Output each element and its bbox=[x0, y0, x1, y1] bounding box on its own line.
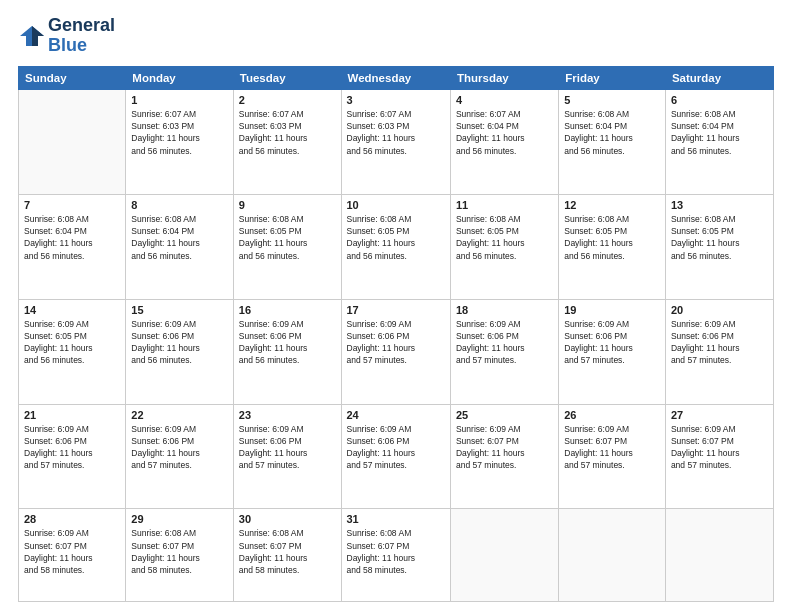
day-number: 31 bbox=[347, 513, 445, 525]
day-number: 25 bbox=[456, 409, 553, 421]
day-info: Sunrise: 6:07 AMSunset: 6:04 PMDaylight:… bbox=[456, 108, 553, 157]
day-info: Sunrise: 6:07 AMSunset: 6:03 PMDaylight:… bbox=[347, 108, 445, 157]
calendar-cell: 12 Sunrise: 6:08 AMSunset: 6:05 PMDaylig… bbox=[559, 194, 666, 299]
page: General Blue SundayMondayTuesdayWednesda… bbox=[0, 0, 792, 612]
day-info: Sunrise: 6:09 AMSunset: 6:06 PMDaylight:… bbox=[347, 318, 445, 367]
day-number: 2 bbox=[239, 94, 336, 106]
calendar-cell: 30 Sunrise: 6:08 AMSunset: 6:07 PMDaylig… bbox=[233, 509, 341, 602]
weekday-tuesday: Tuesday bbox=[233, 66, 341, 89]
day-info: Sunrise: 6:09 AMSunset: 6:06 PMDaylight:… bbox=[456, 318, 553, 367]
week-row-4: 21 Sunrise: 6:09 AMSunset: 6:06 PMDaylig… bbox=[19, 404, 774, 509]
logo-icon bbox=[18, 22, 46, 50]
day-number: 23 bbox=[239, 409, 336, 421]
day-info: Sunrise: 6:08 AMSunset: 6:05 PMDaylight:… bbox=[564, 213, 660, 262]
day-number: 29 bbox=[131, 513, 227, 525]
calendar-table: SundayMondayTuesdayWednesdayThursdayFrid… bbox=[18, 66, 774, 602]
calendar-cell bbox=[450, 509, 558, 602]
day-info: Sunrise: 6:09 AMSunset: 6:05 PMDaylight:… bbox=[24, 318, 120, 367]
calendar-cell: 14 Sunrise: 6:09 AMSunset: 6:05 PMDaylig… bbox=[19, 299, 126, 404]
calendar-cell: 5 Sunrise: 6:08 AMSunset: 6:04 PMDayligh… bbox=[559, 89, 666, 194]
day-info: Sunrise: 6:09 AMSunset: 6:07 PMDaylight:… bbox=[564, 423, 660, 472]
day-number: 5 bbox=[564, 94, 660, 106]
day-info: Sunrise: 6:08 AMSunset: 6:07 PMDaylight:… bbox=[347, 527, 445, 576]
week-row-5: 28 Sunrise: 6:09 AMSunset: 6:07 PMDaylig… bbox=[19, 509, 774, 602]
day-number: 9 bbox=[239, 199, 336, 211]
day-number: 1 bbox=[131, 94, 227, 106]
day-info: Sunrise: 6:08 AMSunset: 6:05 PMDaylight:… bbox=[456, 213, 553, 262]
week-row-2: 7 Sunrise: 6:08 AMSunset: 6:04 PMDayligh… bbox=[19, 194, 774, 299]
day-info: Sunrise: 6:09 AMSunset: 6:06 PMDaylight:… bbox=[131, 423, 227, 472]
day-number: 10 bbox=[347, 199, 445, 211]
logo-text: General Blue bbox=[48, 16, 115, 56]
day-info: Sunrise: 6:09 AMSunset: 6:06 PMDaylight:… bbox=[564, 318, 660, 367]
day-info: Sunrise: 6:07 AMSunset: 6:03 PMDaylight:… bbox=[131, 108, 227, 157]
day-info: Sunrise: 6:09 AMSunset: 6:06 PMDaylight:… bbox=[671, 318, 768, 367]
logo: General Blue bbox=[18, 16, 115, 56]
week-row-3: 14 Sunrise: 6:09 AMSunset: 6:05 PMDaylig… bbox=[19, 299, 774, 404]
day-number: 6 bbox=[671, 94, 768, 106]
day-number: 27 bbox=[671, 409, 768, 421]
calendar-cell: 6 Sunrise: 6:08 AMSunset: 6:04 PMDayligh… bbox=[665, 89, 773, 194]
day-info: Sunrise: 6:09 AMSunset: 6:06 PMDaylight:… bbox=[24, 423, 120, 472]
calendar-cell: 15 Sunrise: 6:09 AMSunset: 6:06 PMDaylig… bbox=[126, 299, 233, 404]
calendar-cell: 1 Sunrise: 6:07 AMSunset: 6:03 PMDayligh… bbox=[126, 89, 233, 194]
day-info: Sunrise: 6:08 AMSunset: 6:05 PMDaylight:… bbox=[671, 213, 768, 262]
calendar-cell: 18 Sunrise: 6:09 AMSunset: 6:06 PMDaylig… bbox=[450, 299, 558, 404]
day-number: 11 bbox=[456, 199, 553, 211]
calendar-cell bbox=[559, 509, 666, 602]
weekday-header-row: SundayMondayTuesdayWednesdayThursdayFrid… bbox=[19, 66, 774, 89]
calendar-cell: 4 Sunrise: 6:07 AMSunset: 6:04 PMDayligh… bbox=[450, 89, 558, 194]
calendar-cell: 26 Sunrise: 6:09 AMSunset: 6:07 PMDaylig… bbox=[559, 404, 666, 509]
day-info: Sunrise: 6:09 AMSunset: 6:06 PMDaylight:… bbox=[239, 423, 336, 472]
weekday-monday: Monday bbox=[126, 66, 233, 89]
calendar-cell: 29 Sunrise: 6:08 AMSunset: 6:07 PMDaylig… bbox=[126, 509, 233, 602]
day-number: 13 bbox=[671, 199, 768, 211]
day-number: 16 bbox=[239, 304, 336, 316]
calendar-cell: 2 Sunrise: 6:07 AMSunset: 6:03 PMDayligh… bbox=[233, 89, 341, 194]
day-number: 12 bbox=[564, 199, 660, 211]
day-number: 20 bbox=[671, 304, 768, 316]
calendar-cell: 20 Sunrise: 6:09 AMSunset: 6:06 PMDaylig… bbox=[665, 299, 773, 404]
day-number: 15 bbox=[131, 304, 227, 316]
day-info: Sunrise: 6:08 AMSunset: 6:07 PMDaylight:… bbox=[131, 527, 227, 576]
day-number: 22 bbox=[131, 409, 227, 421]
calendar-cell: 27 Sunrise: 6:09 AMSunset: 6:07 PMDaylig… bbox=[665, 404, 773, 509]
calendar-cell: 22 Sunrise: 6:09 AMSunset: 6:06 PMDaylig… bbox=[126, 404, 233, 509]
day-info: Sunrise: 6:08 AMSunset: 6:04 PMDaylight:… bbox=[131, 213, 227, 262]
calendar-cell: 8 Sunrise: 6:08 AMSunset: 6:04 PMDayligh… bbox=[126, 194, 233, 299]
calendar-cell: 17 Sunrise: 6:09 AMSunset: 6:06 PMDaylig… bbox=[341, 299, 450, 404]
header: General Blue bbox=[18, 16, 774, 56]
day-info: Sunrise: 6:09 AMSunset: 6:06 PMDaylight:… bbox=[347, 423, 445, 472]
calendar-cell: 25 Sunrise: 6:09 AMSunset: 6:07 PMDaylig… bbox=[450, 404, 558, 509]
day-number: 28 bbox=[24, 513, 120, 525]
weekday-saturday: Saturday bbox=[665, 66, 773, 89]
day-number: 26 bbox=[564, 409, 660, 421]
day-number: 3 bbox=[347, 94, 445, 106]
weekday-sunday: Sunday bbox=[19, 66, 126, 89]
day-number: 24 bbox=[347, 409, 445, 421]
calendar-cell: 28 Sunrise: 6:09 AMSunset: 6:07 PMDaylig… bbox=[19, 509, 126, 602]
day-number: 8 bbox=[131, 199, 227, 211]
calendar-cell: 11 Sunrise: 6:08 AMSunset: 6:05 PMDaylig… bbox=[450, 194, 558, 299]
weekday-thursday: Thursday bbox=[450, 66, 558, 89]
calendar-cell: 16 Sunrise: 6:09 AMSunset: 6:06 PMDaylig… bbox=[233, 299, 341, 404]
day-number: 17 bbox=[347, 304, 445, 316]
day-info: Sunrise: 6:08 AMSunset: 6:07 PMDaylight:… bbox=[239, 527, 336, 576]
weekday-friday: Friday bbox=[559, 66, 666, 89]
day-info: Sunrise: 6:09 AMSunset: 6:07 PMDaylight:… bbox=[456, 423, 553, 472]
day-info: Sunrise: 6:08 AMSunset: 6:04 PMDaylight:… bbox=[671, 108, 768, 157]
day-number: 18 bbox=[456, 304, 553, 316]
calendar-cell: 19 Sunrise: 6:09 AMSunset: 6:06 PMDaylig… bbox=[559, 299, 666, 404]
week-row-1: 1 Sunrise: 6:07 AMSunset: 6:03 PMDayligh… bbox=[19, 89, 774, 194]
day-number: 14 bbox=[24, 304, 120, 316]
day-info: Sunrise: 6:08 AMSunset: 6:04 PMDaylight:… bbox=[24, 213, 120, 262]
calendar-cell: 23 Sunrise: 6:09 AMSunset: 6:06 PMDaylig… bbox=[233, 404, 341, 509]
calendar-cell: 13 Sunrise: 6:08 AMSunset: 6:05 PMDaylig… bbox=[665, 194, 773, 299]
weekday-wednesday: Wednesday bbox=[341, 66, 450, 89]
calendar-cell: 21 Sunrise: 6:09 AMSunset: 6:06 PMDaylig… bbox=[19, 404, 126, 509]
calendar-cell: 9 Sunrise: 6:08 AMSunset: 6:05 PMDayligh… bbox=[233, 194, 341, 299]
calendar-cell: 3 Sunrise: 6:07 AMSunset: 6:03 PMDayligh… bbox=[341, 89, 450, 194]
calendar-cell: 31 Sunrise: 6:08 AMSunset: 6:07 PMDaylig… bbox=[341, 509, 450, 602]
day-info: Sunrise: 6:07 AMSunset: 6:03 PMDaylight:… bbox=[239, 108, 336, 157]
day-info: Sunrise: 6:08 AMSunset: 6:05 PMDaylight:… bbox=[347, 213, 445, 262]
